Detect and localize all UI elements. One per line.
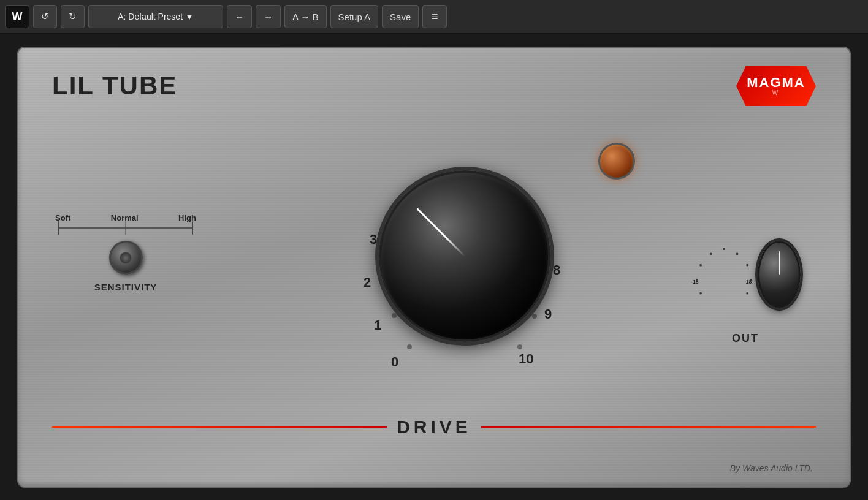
svg-point-29 [736, 252, 739, 255]
save-button[interactable]: Save [382, 5, 419, 28]
svg-point-32 [746, 292, 748, 295]
magma-badge: MAGMA W [736, 66, 816, 106]
plugin-title: LIL TUBE [52, 71, 177, 100]
svg-point-19 [532, 314, 537, 319]
next-preset-button[interactable]: → [256, 5, 281, 28]
drive-bar-line-left [52, 426, 387, 428]
svg-point-30 [746, 264, 748, 267]
byline: By Waves Audio LTD. [730, 463, 813, 473]
out-scale-svg: -18 18 [690, 219, 758, 330]
svg-text:0: 0 [391, 354, 398, 369]
plugin-body: LIL TUBE MAGMA W Soft Normal High SENSIT… [17, 47, 851, 488]
svg-point-1 [407, 344, 412, 349]
drive-section: 0 1 2 3 4 5 [233, 127, 696, 385]
svg-text:1: 1 [374, 317, 381, 333]
sensitivity-slider-track[interactable] [58, 227, 193, 229]
svg-text:8: 8 [553, 262, 560, 278]
redo-button[interactable]: ↻ [61, 5, 85, 28]
svg-text:3: 3 [370, 232, 377, 247]
setup-button[interactable]: Setup A [330, 5, 379, 28]
svg-point-27 [710, 252, 712, 255]
ab-button[interactable]: A → B [284, 5, 327, 28]
out-knob-pointer [779, 251, 780, 275]
drive-knob-pointer [416, 208, 465, 257]
svg-point-28 [723, 248, 725, 251]
svg-point-3 [392, 313, 397, 318]
sensitivity-soft-label: Soft [55, 213, 70, 222]
preset-selector[interactable]: A: Default Preset ▼ [88, 5, 223, 28]
sensitivity-normal-label: Normal [111, 213, 139, 222]
svg-text:9: 9 [544, 306, 552, 322]
svg-text:10: 10 [519, 351, 533, 366]
prev-preset-button[interactable]: ← [227, 5, 252, 28]
waves-logo[interactable]: W [5, 5, 29, 28]
magma-shape: MAGMA W [736, 66, 816, 106]
drive-knob[interactable] [379, 170, 550, 342]
sensitivity-section: Soft Normal High SENSITIVITY [52, 213, 199, 292]
magma-sub: W [772, 89, 780, 96]
undo-button[interactable]: ↺ [33, 5, 57, 28]
svg-point-26 [699, 264, 702, 267]
svg-point-21 [517, 344, 522, 349]
plugin-wrapper: LIL TUBE MAGMA W Soft Normal High SENSIT… [0, 34, 868, 500]
svg-point-24 [699, 292, 702, 295]
toolbar: W ↺ ↻ A: Default Preset ▼ ← → A → B Setu… [0, 0, 868, 34]
drive-label-bar: DRIVE [52, 417, 816, 438]
drive-dial-wrap: 0 1 2 3 4 5 [336, 127, 593, 385]
menu-button[interactable]: ≡ [422, 5, 447, 28]
out-title: OUT [732, 332, 759, 345]
drive-label-text: DRIVE [397, 417, 471, 438]
out-section: -18 18 OUT [678, 219, 813, 345]
out-knob-wrap: -18 18 [690, 219, 801, 330]
magma-text: MAGMA [747, 76, 805, 89]
svg-text:2: 2 [364, 275, 371, 290]
drive-bar-line-right [481, 426, 816, 428]
out-knob[interactable] [758, 241, 801, 308]
sensitivity-knob[interactable] [109, 241, 143, 275]
sensitivity-knob-wrap [52, 241, 199, 275]
svg-point-31 [750, 279, 752, 281]
svg-point-25 [696, 279, 698, 281]
sensitivity-title: SENSITIVITY [52, 282, 199, 292]
sensitivity-high-label: High [178, 213, 196, 222]
